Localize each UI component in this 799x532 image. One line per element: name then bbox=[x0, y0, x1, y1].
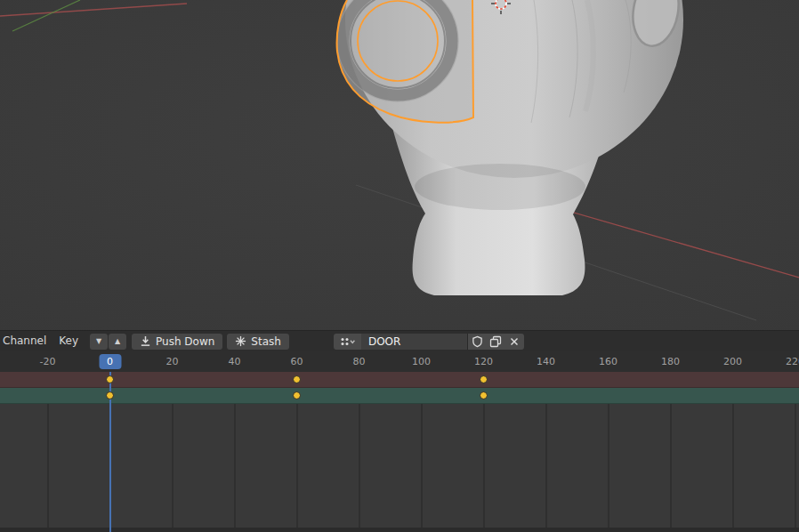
menu-channel[interactable]: Channel bbox=[0, 331, 52, 351]
grid-line bbox=[732, 404, 734, 532]
keyframe-dot[interactable] bbox=[106, 375, 114, 383]
grid-line bbox=[234, 404, 236, 532]
ruler-tick: 140 bbox=[537, 356, 555, 367]
keyframe-dot[interactable] bbox=[293, 391, 301, 399]
ruler-tick: 80 bbox=[353, 356, 366, 367]
grid-line bbox=[296, 404, 298, 532]
chevron-down-icon: ▼ bbox=[96, 337, 101, 345]
ruler-tick: 40 bbox=[229, 356, 241, 367]
current-frame-indicator[interactable]: 0 bbox=[99, 354, 121, 369]
dropdown-up-button[interactable]: ▲ bbox=[109, 334, 126, 350]
menu-key[interactable]: Key bbox=[52, 331, 85, 351]
action-datablock-selector: DOOR bbox=[334, 334, 524, 350]
dopesheet-header: Channel Key ▼ ▲ Push Down Stash bbox=[0, 330, 799, 351]
ruler-tick: 180 bbox=[661, 356, 680, 367]
shield-icon bbox=[472, 335, 483, 348]
browse-action-button[interactable] bbox=[334, 334, 361, 350]
push-down-button[interactable]: Push Down bbox=[132, 334, 222, 350]
grid-line bbox=[795, 404, 796, 532]
channel-row-summary[interactable] bbox=[0, 372, 799, 388]
dopesheet-grid[interactable] bbox=[0, 404, 799, 532]
keyframe-dot[interactable] bbox=[106, 391, 114, 399]
ruler-tick: 120 bbox=[474, 356, 493, 367]
ruler-tick: 100 bbox=[412, 356, 431, 367]
keyframe-dot[interactable] bbox=[480, 375, 488, 383]
stash-button[interactable]: Stash bbox=[227, 334, 289, 350]
stash-icon bbox=[235, 335, 246, 347]
timeline-bottom-edge bbox=[0, 528, 799, 532]
3d-viewport[interactable] bbox=[0, 0, 799, 330]
grid-line bbox=[359, 404, 360, 532]
ruler-tick: -20 bbox=[40, 356, 56, 367]
keyframe-dot[interactable] bbox=[480, 391, 488, 399]
action-name-field[interactable]: DOOR bbox=[361, 334, 468, 350]
chevron-up-icon: ▲ bbox=[115, 337, 120, 345]
keyframe-dot[interactable] bbox=[293, 375, 301, 383]
fake-user-button[interactable] bbox=[468, 334, 487, 350]
grid-line bbox=[47, 404, 49, 532]
timeline-ruler[interactable]: 0 -2020406080100120140160180200220 bbox=[0, 351, 799, 372]
duplicate-action-button[interactable] bbox=[487, 334, 505, 350]
grid-line bbox=[670, 404, 672, 532]
ruler-tick: 160 bbox=[599, 356, 617, 367]
channel-row-object[interactable] bbox=[0, 388, 799, 404]
ruler-tick: 20 bbox=[166, 356, 179, 367]
ruler-tick: 200 bbox=[723, 356, 742, 367]
close-icon bbox=[509, 336, 520, 347]
unlink-action-button[interactable] bbox=[505, 334, 524, 350]
grid-line bbox=[172, 404, 174, 532]
grid-line bbox=[608, 404, 609, 532]
ruler-tick: 60 bbox=[291, 356, 303, 367]
grid-line bbox=[421, 404, 423, 532]
browse-action-icon bbox=[339, 335, 356, 348]
dropdown-down-button[interactable]: ▼ bbox=[90, 334, 108, 350]
ruler-tick: 220 bbox=[786, 356, 799, 367]
grid-line bbox=[545, 404, 547, 532]
stash-label: Stash bbox=[251, 335, 281, 348]
grid-line bbox=[483, 404, 485, 532]
push-down-label: Push Down bbox=[156, 335, 214, 348]
viewport-canvas bbox=[0, 0, 799, 330]
push-down-icon bbox=[140, 335, 151, 347]
blender-window: Channel Key ▼ ▲ Push Down Stash bbox=[0, 0, 799, 532]
duplicate-icon bbox=[489, 335, 502, 348]
